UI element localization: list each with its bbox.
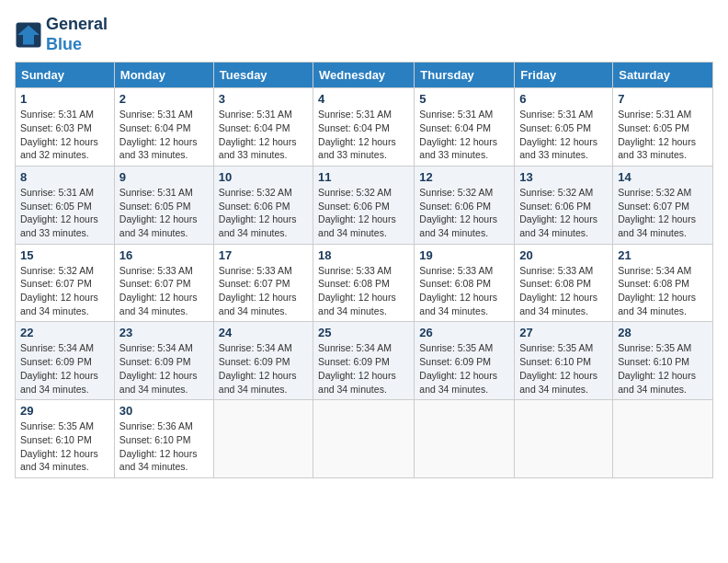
calendar-table: SundayMondayTuesdayWednesdayThursdayFrid… [15, 62, 713, 478]
header-saturday: Saturday [613, 63, 713, 88]
logo-text: General Blue [46, 15, 108, 54]
day-info: Sunrise: 5:31 AM Sunset: 6:04 PM Dayligh… [318, 108, 409, 162]
day-number: 1 [20, 92, 109, 106]
calendar-week-3: 15Sunrise: 5:32 AM Sunset: 6:07 PM Dayli… [16, 244, 713, 322]
day-info: Sunrise: 5:33 AM Sunset: 6:08 PM Dayligh… [519, 264, 608, 318]
calendar-cell: 8Sunrise: 5:31 AM Sunset: 6:05 PM Daylig… [16, 166, 115, 244]
calendar-cell: 1Sunrise: 5:31 AM Sunset: 6:03 PM Daylig… [16, 88, 115, 167]
day-info: Sunrise: 5:32 AM Sunset: 6:07 PM Dayligh… [20, 264, 109, 318]
day-info: Sunrise: 5:31 AM Sunset: 6:05 PM Dayligh… [519, 108, 608, 162]
day-info: Sunrise: 5:35 AM Sunset: 6:10 PM Dayligh… [618, 341, 708, 396]
calendar-cell: 6Sunrise: 5:31 AM Sunset: 6:05 PM Daylig… [515, 88, 613, 167]
day-number: 17 [219, 248, 308, 262]
calendar-cell: 18Sunrise: 5:33 AM Sunset: 6:08 PM Dayli… [313, 244, 415, 322]
day-number: 4 [318, 92, 409, 106]
calendar-cell: 10Sunrise: 5:32 AM Sunset: 6:06 PM Dayli… [213, 166, 313, 244]
calendar-cell: 14Sunrise: 5:32 AM Sunset: 6:07 PM Dayli… [613, 166, 713, 244]
day-number: 7 [618, 92, 708, 106]
day-info: Sunrise: 5:34 AM Sunset: 6:09 PM Dayligh… [219, 341, 308, 396]
day-number: 28 [618, 326, 708, 339]
day-info: Sunrise: 5:34 AM Sunset: 6:09 PM Dayligh… [20, 341, 109, 396]
calendar-cell [213, 400, 313, 478]
logo: General Blue [15, 15, 108, 54]
logo-icon [15, 21, 42, 49]
header-wednesday: Wednesday [313, 63, 415, 88]
day-number: 30 [119, 404, 209, 418]
day-info: Sunrise: 5:32 AM Sunset: 6:06 PM Dayligh… [318, 186, 409, 240]
calendar-cell: 20Sunrise: 5:33 AM Sunset: 6:08 PM Dayli… [515, 244, 613, 322]
day-number: 12 [419, 170, 509, 184]
day-info: Sunrise: 5:31 AM Sunset: 6:05 PM Dayligh… [20, 186, 109, 240]
day-number: 11 [318, 170, 409, 184]
day-number: 22 [20, 326, 109, 339]
calendar-week-2: 8Sunrise: 5:31 AM Sunset: 6:05 PM Daylig… [16, 166, 713, 244]
calendar-cell: 24Sunrise: 5:34 AM Sunset: 6:09 PM Dayli… [213, 322, 313, 400]
calendar-cell: 11Sunrise: 5:32 AM Sunset: 6:06 PM Dayli… [313, 166, 415, 244]
calendar-cell: 27Sunrise: 5:35 AM Sunset: 6:10 PM Dayli… [515, 322, 613, 400]
day-number: 14 [618, 170, 708, 184]
day-info: Sunrise: 5:32 AM Sunset: 6:06 PM Dayligh… [219, 186, 308, 240]
day-number: 13 [519, 170, 608, 184]
calendar-cell [515, 400, 613, 478]
header-thursday: Thursday [415, 63, 515, 88]
calendar-week-1: 1Sunrise: 5:31 AM Sunset: 6:03 PM Daylig… [16, 88, 713, 167]
calendar-cell: 19Sunrise: 5:33 AM Sunset: 6:08 PM Dayli… [415, 244, 515, 322]
header-row: SundayMondayTuesdayWednesdayThursdayFrid… [16, 63, 713, 88]
day-info: Sunrise: 5:35 AM Sunset: 6:10 PM Dayligh… [20, 419, 109, 474]
calendar-cell: 7Sunrise: 5:31 AM Sunset: 6:05 PM Daylig… [613, 88, 713, 167]
day-info: Sunrise: 5:31 AM Sunset: 6:05 PM Dayligh… [119, 186, 209, 240]
calendar-week-4: 22Sunrise: 5:34 AM Sunset: 6:09 PM Dayli… [16, 322, 713, 400]
day-number: 5 [419, 92, 509, 106]
logo-general: General [46, 15, 108, 33]
day-info: Sunrise: 5:31 AM Sunset: 6:04 PM Dayligh… [419, 108, 509, 162]
day-number: 20 [519, 248, 608, 262]
day-info: Sunrise: 5:34 AM Sunset: 6:09 PM Dayligh… [318, 341, 409, 396]
calendar-cell: 16Sunrise: 5:33 AM Sunset: 6:07 PM Dayli… [114, 244, 213, 322]
day-number: 8 [20, 170, 109, 184]
logo-blue: Blue [46, 35, 82, 53]
calendar-cell: 30Sunrise: 5:36 AM Sunset: 6:10 PM Dayli… [114, 400, 213, 478]
day-info: Sunrise: 5:35 AM Sunset: 6:09 PM Dayligh… [419, 341, 509, 396]
day-info: Sunrise: 5:36 AM Sunset: 6:10 PM Dayligh… [119, 419, 209, 474]
header-friday: Friday [515, 63, 613, 88]
day-info: Sunrise: 5:34 AM Sunset: 6:09 PM Dayligh… [119, 341, 209, 396]
calendar-cell: 28Sunrise: 5:35 AM Sunset: 6:10 PM Dayli… [613, 322, 713, 400]
calendar-cell: 29Sunrise: 5:35 AM Sunset: 6:10 PM Dayli… [16, 400, 115, 478]
calendar-cell: 5Sunrise: 5:31 AM Sunset: 6:04 PM Daylig… [415, 88, 515, 167]
header-monday: Monday [114, 63, 213, 88]
calendar-cell: 22Sunrise: 5:34 AM Sunset: 6:09 PM Dayli… [16, 322, 115, 400]
day-number: 16 [119, 248, 209, 262]
day-info: Sunrise: 5:33 AM Sunset: 6:08 PM Dayligh… [318, 264, 409, 318]
day-number: 18 [318, 248, 409, 262]
calendar-cell [415, 400, 515, 478]
day-number: 6 [519, 92, 608, 106]
day-info: Sunrise: 5:33 AM Sunset: 6:07 PM Dayligh… [219, 264, 308, 318]
day-number: 15 [20, 248, 109, 262]
day-info: Sunrise: 5:32 AM Sunset: 6:06 PM Dayligh… [419, 186, 509, 240]
day-number: 24 [219, 326, 308, 339]
calendar-cell: 4Sunrise: 5:31 AM Sunset: 6:04 PM Daylig… [313, 88, 415, 167]
calendar-cell: 15Sunrise: 5:32 AM Sunset: 6:07 PM Dayli… [16, 244, 115, 322]
calendar-cell [613, 400, 713, 478]
day-info: Sunrise: 5:32 AM Sunset: 6:07 PM Dayligh… [618, 186, 708, 240]
day-info: Sunrise: 5:33 AM Sunset: 6:08 PM Dayligh… [419, 264, 509, 318]
day-number: 26 [419, 326, 509, 339]
day-info: Sunrise: 5:31 AM Sunset: 6:03 PM Dayligh… [20, 108, 109, 162]
day-number: 21 [618, 248, 708, 262]
day-number: 2 [119, 92, 209, 106]
day-number: 25 [318, 326, 409, 339]
day-number: 9 [119, 170, 209, 184]
day-info: Sunrise: 5:35 AM Sunset: 6:10 PM Dayligh… [519, 341, 608, 396]
day-number: 23 [119, 326, 209, 339]
day-number: 19 [419, 248, 509, 262]
calendar-cell: 17Sunrise: 5:33 AM Sunset: 6:07 PM Dayli… [213, 244, 313, 322]
calendar-cell: 12Sunrise: 5:32 AM Sunset: 6:06 PM Dayli… [415, 166, 515, 244]
calendar-cell: 3Sunrise: 5:31 AM Sunset: 6:04 PM Daylig… [213, 88, 313, 167]
day-info: Sunrise: 5:31 AM Sunset: 6:05 PM Dayligh… [618, 108, 708, 162]
day-info: Sunrise: 5:31 AM Sunset: 6:04 PM Dayligh… [219, 108, 308, 162]
day-number: 29 [20, 404, 109, 418]
day-number: 3 [219, 92, 308, 106]
header-sunday: Sunday [16, 63, 115, 88]
day-info: Sunrise: 5:31 AM Sunset: 6:04 PM Dayligh… [119, 108, 209, 162]
header-tuesday: Tuesday [213, 63, 313, 88]
